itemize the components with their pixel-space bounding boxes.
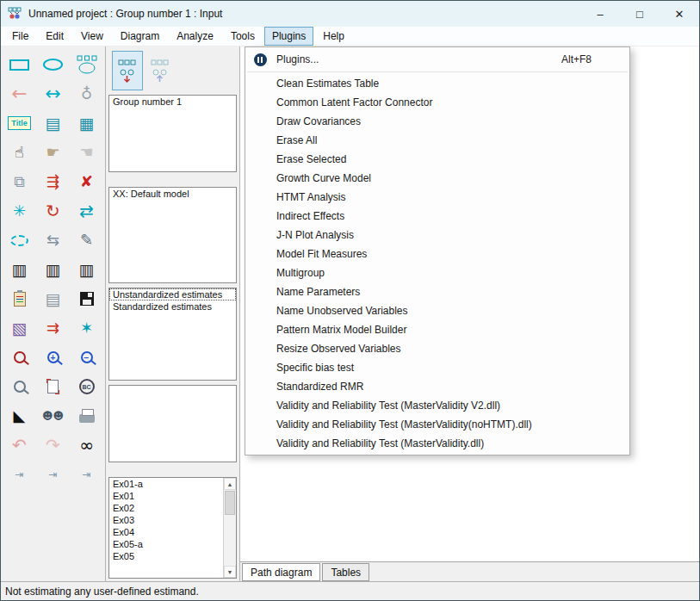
- drag-properties-arrows-icon[interactable]: ⇉: [38, 314, 69, 342]
- menu-item-pattern-matrix-model-builder[interactable]: Pattern Matrix Model Builder: [245, 320, 629, 339]
- files-list-item[interactable]: Ex01-a: [109, 478, 223, 490]
- menu-item-resize-observed-variables[interactable]: Resize Observed Variables: [245, 339, 629, 358]
- figure-caption-icon[interactable]: Title: [4, 109, 35, 137]
- menu-help[interactable]: Help: [315, 27, 352, 46]
- estimates-list-item[interactable]: Standardized estimates: [109, 300, 236, 313]
- menu-item-validity-and-reliability-test-mastervalidity-dll[interactable]: Validity and Reliability Test (MasterVal…: [245, 434, 629, 453]
- select-all-objects-icon[interactable]: ☛: [38, 139, 69, 166]
- draw-indicator-variable-icon[interactable]: [71, 51, 102, 78]
- touch-up-lasso-icon[interactable]: [4, 226, 35, 254]
- menu-item-standardized-rmr[interactable]: Standardized RMR: [245, 377, 629, 396]
- menu-item-erase-selected[interactable]: Erase Selected: [245, 150, 629, 169]
- files-scrollbar[interactable]: ▲ ▼: [223, 478, 236, 578]
- zoom-page-icon[interactable]: [4, 373, 35, 400]
- menu-item-multigroup[interactable]: Multigroup: [245, 263, 629, 282]
- files-list-item[interactable]: Ex02: [109, 502, 223, 514]
- files-list[interactable]: Ex01-aEx01Ex02Ex03Ex04Ex05-aEx05: [109, 478, 223, 578]
- menu-tools[interactable]: Tools: [223, 27, 263, 46]
- list-variables-in-model-icon[interactable]: ▤: [38, 109, 69, 137]
- scroll-track[interactable]: [224, 516, 236, 566]
- menu-item-htmt-analysis[interactable]: HTMT Analysis: [245, 188, 629, 207]
- menu-item-specific-bias-test[interactable]: Specific bias test: [245, 358, 629, 377]
- duplicate-objects-icon[interactable]: ⧉: [4, 168, 35, 195]
- zoom-select-icon[interactable]: [4, 344, 35, 371]
- menu-item-growth-curve-model[interactable]: Growth Curve Model: [245, 169, 629, 188]
- menu-analyze[interactable]: Analyze: [169, 27, 221, 46]
- draw-covariance-icon[interactable]: ↔: [38, 80, 69, 108]
- save-floppy-icon[interactable]: [71, 285, 102, 313]
- analysis-properties-clipboard-icon[interactable]: [4, 285, 35, 313]
- text-list-icon[interactable]: ▤: [38, 285, 69, 313]
- menu-item-erase-all[interactable]: Erase All: [245, 131, 629, 150]
- reflect-indicators-icon[interactable]: ⇄: [71, 197, 102, 225]
- scroll-up-button[interactable]: ▲: [224, 478, 236, 490]
- menu-item-name-parameters[interactable]: Name Parameters: [245, 282, 629, 301]
- bc-loupe-icon[interactable]: BC: [71, 373, 102, 400]
- pencil-icon[interactable]: ✎: [71, 226, 102, 254]
- fit-page-icon[interactable]: [38, 373, 69, 400]
- menu-item-name-unobserved-variables[interactable]: Name Unobserved Variables: [245, 301, 629, 320]
- estimates-list-item[interactable]: Unstandardized estimates: [109, 288, 236, 300]
- menu-item-indirect-effects[interactable]: Indirect Effects: [245, 207, 629, 226]
- deselect-all-objects-icon[interactable]: ☚: [71, 139, 102, 166]
- close-button[interactable]: ✕: [660, 1, 699, 27]
- tab-path-diagram[interactable]: Path diagram: [242, 563, 320, 581]
- menu-diagram[interactable]: Diagram: [113, 27, 167, 46]
- files-list-item[interactable]: Ex01: [109, 490, 223, 502]
- tab-tables[interactable]: Tables: [322, 563, 369, 581]
- draw-observed-variable-icon[interactable]: [4, 51, 35, 78]
- menu-item-validity-and-reliability-test-mastervalidity-nohtmt-dll[interactable]: Validity and Reliability Test (MasterVal…: [245, 415, 629, 434]
- distribution-curve-icon[interactable]: ◣: [4, 402, 35, 430]
- parameter-formats-list[interactable]: [108, 385, 237, 462]
- overflow-arrow-icon-1[interactable]: ⇥: [4, 461, 35, 488]
- undo-icon[interactable]: ↶: [4, 431, 35, 459]
- print-icon[interactable]: [71, 402, 102, 430]
- list-variables-in-dataset-icon[interactable]: ▦: [71, 109, 102, 137]
- menu-item-model-fit-measures[interactable]: Model Fit Measures: [245, 245, 629, 263]
- menu-item-validity-and-reliability-test-mastervalidity-v2-dll[interactable]: Validity and Reliability Test (MasterVal…: [245, 396, 629, 415]
- estimates-list[interactable]: Unstandardized estimatesStandardized est…: [108, 288, 237, 381]
- move-parameter-icon[interactable]: ✳: [4, 197, 35, 225]
- menu-item-j-n-plot-analysis[interactable]: J-N Plot Analysis: [245, 226, 629, 245]
- files-list-item[interactable]: Ex03: [109, 514, 223, 526]
- groups-list[interactable]: Group number 1: [108, 95, 237, 172]
- draw-unobserved-variable-icon[interactable]: [38, 51, 69, 78]
- object-properties-chart-icon[interactable]: ▧: [4, 314, 35, 342]
- draw-path-icon[interactable]: ←: [4, 80, 35, 108]
- rotate-indicators-icon[interactable]: ↻: [38, 197, 69, 225]
- network-icon[interactable]: ✶: [71, 314, 102, 342]
- multiple-groups-people-icon[interactable]: ☻☻: [38, 402, 69, 430]
- select-one-object-icon[interactable]: ☝: [4, 139, 35, 166]
- add-unique-variable-icon[interactable]: ♁: [71, 80, 102, 108]
- menu-item-draw-covariances[interactable]: Draw Covariances: [245, 112, 629, 131]
- erase-objects-icon[interactable]: ✘: [71, 168, 102, 195]
- menu-item-clean-estimates-table[interactable]: Clean Estimates Table: [245, 74, 629, 93]
- menu-view[interactable]: View: [73, 27, 111, 46]
- menu-item-plugins-dialog[interactable]: Plugins... Alt+F8: [245, 49, 629, 70]
- menu-edit[interactable]: Edit: [38, 27, 71, 46]
- scroll-down-button[interactable]: ▼: [224, 566, 236, 578]
- overflow-arrow-icon-2[interactable]: ⇥: [38, 461, 69, 488]
- piano-keys-icon-2[interactable]: ▥: [38, 256, 69, 283]
- models-list-item[interactable]: XX: Default model: [109, 188, 236, 200]
- models-list[interactable]: XX: Default model: [108, 187, 237, 283]
- menu-item-common-latent-factor-connector[interactable]: Common Latent Factor Connector: [245, 93, 629, 112]
- search-binoculars-icon[interactable]: ∞: [71, 431, 102, 459]
- zoom-in-icon[interactable]: +: [38, 344, 69, 371]
- redo-icon[interactable]: ↷: [38, 431, 69, 459]
- move-objects-icon[interactable]: ⇶: [38, 168, 69, 195]
- files-list-item[interactable]: Ex04: [109, 526, 223, 538]
- piano-keys-icon-1[interactable]: ▥: [4, 256, 35, 283]
- view-input-path-diagram-button[interactable]: [112, 51, 143, 90]
- menu-plugins[interactable]: Plugins: [264, 27, 313, 46]
- zoom-out-icon[interactable]: −: [71, 344, 102, 371]
- scroll-thumb[interactable]: [225, 491, 235, 515]
- maximize-button[interactable]: □: [620, 1, 660, 27]
- view-output-path-diagram-button[interactable]: [145, 51, 176, 90]
- piano-keys-icon-3[interactable]: ▥: [71, 256, 102, 283]
- files-list-item[interactable]: Ex05: [109, 550, 223, 562]
- preserve-symmetries-icon[interactable]: ⇆: [38, 226, 69, 254]
- path-diagram-canvas[interactable]: Plugins... Alt+F8 Clean Estimates TableC…: [240, 46, 699, 561]
- files-list-item[interactable]: Ex05-a: [109, 538, 223, 550]
- groups-list-item[interactable]: Group number 1: [109, 96, 236, 108]
